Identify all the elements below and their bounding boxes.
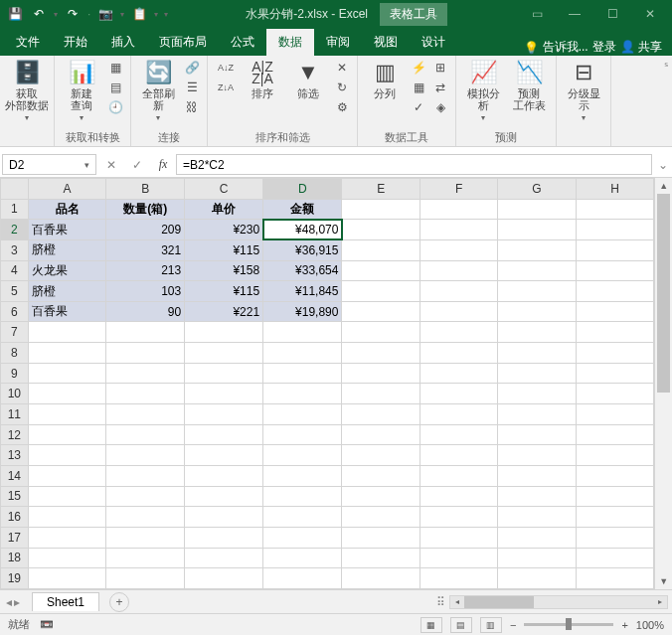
cell[interactable]: 百香果	[28, 220, 106, 240]
paste-icon[interactable]: 📋	[130, 5, 148, 23]
row-header[interactable]: 1	[1, 199, 29, 220]
row-header[interactable]: 8	[1, 343, 29, 364]
relationships-icon[interactable]: ⇄	[431, 79, 449, 96]
cell[interactable]: ¥115	[185, 281, 263, 302]
tab-insert[interactable]: 插入	[99, 29, 147, 56]
cell[interactable]: ¥221	[185, 301, 263, 322]
tab-review[interactable]: 审阅	[314, 29, 362, 56]
col-header[interactable]: E	[342, 179, 420, 200]
scroll-left-icon[interactable]: ◂	[450, 596, 464, 608]
name-box[interactable]: D2▾	[2, 154, 96, 175]
cell[interactable]: ¥11,845	[263, 281, 342, 302]
login-button[interactable]: 登录	[592, 39, 616, 56]
fx-icon[interactable]: fx	[150, 154, 176, 176]
sort-button[interactable]: A|ZZ|A排序	[242, 59, 283, 99]
row-header[interactable]: 2	[1, 220, 29, 240]
cell[interactable]: 321	[106, 239, 185, 260]
advanced-icon[interactable]: ⚙	[333, 98, 351, 116]
cell[interactable]: ¥230	[185, 220, 263, 240]
filter-button[interactable]: ▼筛选	[287, 59, 329, 99]
undo-dropdown[interactable]: ▾	[54, 10, 58, 19]
col-header[interactable]: D	[263, 179, 342, 200]
row-header[interactable]: 6	[1, 301, 29, 322]
col-header[interactable]: F	[420, 179, 497, 200]
row-header[interactable]: 9	[1, 363, 29, 384]
collapse-ribbon-icon[interactable]: ˢ	[660, 56, 672, 146]
consolidate-icon[interactable]: ⊞	[431, 59, 449, 77]
tab-data[interactable]: 数据	[266, 29, 314, 56]
row-header[interactable]: 7	[1, 322, 29, 343]
col-header[interactable]: H	[576, 179, 654, 200]
row-header[interactable]: 10	[1, 384, 29, 404]
cell[interactable]: 脐橙	[28, 281, 106, 302]
scroll-thumb[interactable]	[657, 194, 670, 393]
group-button[interactable]: ⊟分级显示▾	[563, 59, 604, 124]
tab-view[interactable]: 视图	[362, 29, 410, 56]
cell[interactable]: 单价	[185, 199, 263, 220]
page-layout-view-icon[interactable]: ▤	[450, 617, 472, 633]
expand-formula-icon[interactable]: ⌄	[654, 152, 672, 177]
maximize-icon[interactable]: ☐	[594, 4, 630, 24]
select-all-corner[interactable]	[1, 179, 29, 200]
scroll-thumb[interactable]	[464, 596, 534, 608]
edit-links-icon[interactable]: ⛓	[183, 98, 201, 116]
tellme-text[interactable]: 告诉我...	[543, 39, 588, 56]
cell[interactable]: 品名	[28, 199, 106, 220]
cell[interactable]: ¥115	[185, 239, 263, 260]
scroll-up-icon[interactable]: ▲	[655, 178, 672, 194]
tab-design[interactable]: 设计	[410, 29, 457, 56]
cell[interactable]: 90	[106, 301, 185, 322]
cell[interactable]: ¥36,915	[263, 239, 342, 260]
row-header[interactable]: 5	[1, 281, 29, 302]
row-header[interactable]: 3	[1, 239, 29, 260]
properties-icon[interactable]: ☰	[183, 79, 201, 96]
row-header[interactable]: 17	[1, 527, 29, 548]
clear-filter-icon[interactable]: ✕	[333, 59, 351, 77]
tab-home[interactable]: 开始	[52, 29, 99, 56]
macro-icon[interactable]: 📼	[40, 618, 54, 631]
normal-view-icon[interactable]: ▦	[420, 617, 442, 633]
row-header[interactable]: 19	[1, 568, 29, 589]
save-icon[interactable]: 💾	[6, 5, 24, 23]
flash-fill-icon[interactable]: ⚡	[410, 59, 427, 77]
undo-icon[interactable]: ↶	[30, 5, 48, 23]
refresh-all-button[interactable]: 🔄全部刷新▾	[137, 59, 179, 124]
cell[interactable]: 脐橙	[28, 239, 106, 260]
cell[interactable]: 数量(箱)	[106, 199, 185, 220]
zoom-level[interactable]: 100%	[636, 619, 664, 631]
sheet-tab[interactable]: Sheet1	[32, 592, 99, 611]
scroll-down-icon[interactable]: ▼	[655, 573, 672, 589]
row-header[interactable]: 14	[1, 465, 29, 486]
add-sheet-button[interactable]: +	[109, 592, 129, 612]
camera-icon[interactable]: 📷	[96, 5, 114, 23]
enter-formula-icon[interactable]: ✓	[124, 154, 150, 176]
horizontal-scrollbar[interactable]: ◂ ▸	[449, 595, 668, 609]
cell[interactable]: ¥158	[185, 260, 263, 281]
split-handle[interactable]: ⠿	[436, 595, 445, 609]
cell[interactable]: ¥19,890	[263, 301, 342, 322]
zoom-out-button[interactable]: −	[510, 619, 516, 631]
from-table-icon[interactable]: ▤	[106, 79, 124, 96]
col-header[interactable]: A	[28, 179, 106, 200]
row-header[interactable]: 18	[1, 548, 29, 568]
remove-dup-icon[interactable]: ▦	[410, 79, 427, 96]
reapply-icon[interactable]: ↻	[333, 79, 351, 96]
cancel-formula-icon[interactable]: ✕	[98, 154, 124, 176]
row-header[interactable]: 4	[1, 260, 29, 281]
tab-formulas[interactable]: 公式	[219, 29, 266, 56]
redo-icon[interactable]: ↷	[64, 5, 82, 23]
row-header[interactable]: 13	[1, 445, 29, 466]
cell[interactable]: 金额	[263, 199, 342, 220]
formula-input[interactable]: =B2*C2	[176, 154, 652, 175]
show-queries-icon[interactable]: ▦	[106, 59, 124, 77]
active-cell[interactable]: ¥48,070	[263, 220, 342, 240]
cell[interactable]: 火龙果	[28, 260, 106, 281]
text-to-columns-button[interactable]: ▥分列	[364, 59, 406, 99]
cell[interactable]: 百香果	[28, 301, 106, 322]
connections-icon[interactable]: 🔗	[183, 59, 201, 77]
cell[interactable]: 213	[106, 260, 185, 281]
ribbon-options-icon[interactable]: ▭	[519, 4, 555, 24]
whatif-button[interactable]: 📈模拟分析▾	[462, 59, 504, 124]
zoom-slider[interactable]	[524, 623, 613, 626]
col-header[interactable]: G	[498, 179, 576, 200]
